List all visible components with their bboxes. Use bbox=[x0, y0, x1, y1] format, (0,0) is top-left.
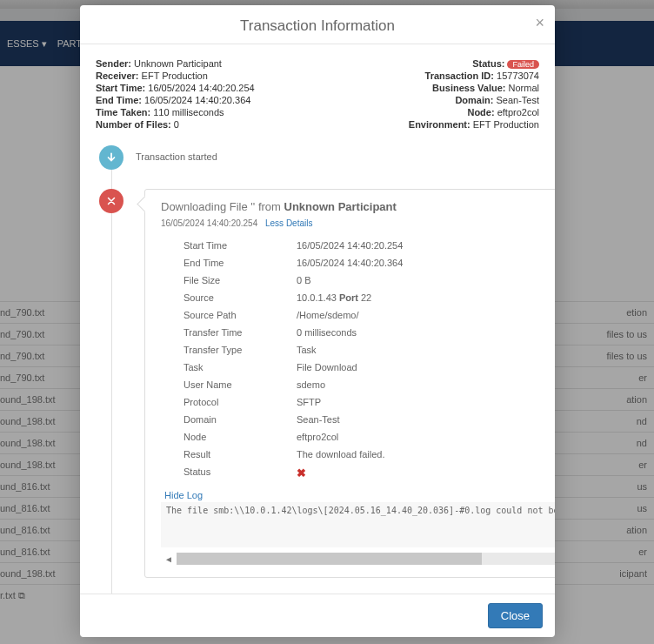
modal-header: Transaction Information × bbox=[80, 5, 555, 44]
detail-value: ✖ bbox=[297, 466, 306, 480]
detail-value: Task bbox=[297, 345, 317, 355]
endtime-value: 16/05/2024 14:40:20.364 bbox=[144, 95, 250, 105]
detail-key: Domain bbox=[184, 414, 297, 425]
detail-row: DomainSean-Test bbox=[184, 411, 555, 428]
detail-row: Start Time16/05/2024 14:40:20.254 bbox=[184, 237, 555, 254]
detail-key: Transfer Type bbox=[184, 345, 297, 355]
detail-value: eftpro2col bbox=[297, 432, 338, 442]
detail-key: Status bbox=[184, 466, 297, 480]
detail-key: Start Time bbox=[184, 240, 297, 251]
detail-row: End Time16/05/2024 14:40:20.364 bbox=[184, 254, 555, 272]
modal-body: Sender: Unknown Participant Receiver: EF… bbox=[80, 44, 555, 594]
detail-value: 0 B bbox=[297, 275, 311, 285]
close-button[interactable]: Close bbox=[488, 603, 543, 628]
meta-right: Status: Failed Transaction ID: 15773074 … bbox=[330, 58, 539, 131]
detail-row: Source Path/Home/sdemo/ bbox=[184, 306, 555, 324]
error-icon bbox=[99, 189, 123, 213]
environment-value: EFT Production bbox=[473, 119, 539, 130]
detail-key: Task bbox=[184, 362, 297, 372]
detail-value: Sean-Test bbox=[297, 414, 340, 425]
detail-value: 0 milliseconds bbox=[297, 327, 357, 338]
detail-row: Source10.0.1.43 Port 22 bbox=[184, 289, 555, 306]
timeline-start-label: Transaction started bbox=[136, 145, 217, 162]
detail-row: File Size0 B bbox=[184, 272, 555, 289]
detail-key: End Time bbox=[184, 258, 297, 268]
detail-row: ResultThe download failed. bbox=[184, 446, 555, 463]
domain-value: Sean-Test bbox=[496, 95, 539, 105]
details-card: Downloading File '' from Unknown Partici… bbox=[144, 189, 555, 578]
detail-value: 10.0.1.43 Port 22 bbox=[297, 292, 371, 303]
detail-value: 16/05/2024 14:40:20.254 bbox=[297, 240, 403, 251]
detail-key: User Name bbox=[184, 379, 297, 390]
numfiles-value: 0 bbox=[174, 119, 179, 130]
timetaken-value: 110 milliseconds bbox=[153, 107, 224, 117]
detail-value: sdemo bbox=[297, 379, 325, 390]
detail-row: Nodeeftpro2col bbox=[184, 428, 555, 446]
modal-footer: Close bbox=[80, 594, 555, 637]
detail-row: ProtocolSFTP bbox=[184, 393, 555, 411]
transaction-modal: Transaction Information × Sender: Unknow… bbox=[80, 5, 555, 637]
detail-value: /Home/sdemo/ bbox=[297, 310, 359, 320]
detail-row: Transfer TypeTask bbox=[184, 341, 555, 359]
detail-value: SFTP bbox=[297, 397, 321, 407]
timeline-step-start: Transaction started bbox=[99, 145, 541, 170]
business-value: Normal bbox=[509, 83, 539, 93]
detail-value: File Download bbox=[297, 362, 357, 372]
detail-key: Result bbox=[184, 449, 297, 460]
detail-key: Source bbox=[184, 292, 297, 303]
receiver-value: EFT Production bbox=[142, 70, 208, 81]
detail-value: The download failed. bbox=[297, 449, 385, 460]
scroll-left-icon[interactable]: ◄ bbox=[161, 554, 177, 564]
detail-row: TaskFile Download bbox=[184, 359, 555, 376]
less-details-link[interactable]: Less Details bbox=[265, 218, 312, 228]
meta-left: Sender: Unknown Participant Receiver: EF… bbox=[96, 58, 304, 131]
modal-title: Transaction Information bbox=[240, 17, 395, 34]
status-badge: Failed bbox=[507, 60, 539, 69]
log-scrollbar[interactable]: ◄ ► bbox=[161, 551, 555, 567]
detail-key: Source Path bbox=[184, 310, 297, 320]
card-title: Downloading File '' from Unknown Partici… bbox=[161, 200, 555, 213]
log-output: The file smb:\\10.0.1.42\logs\[2024.05.1… bbox=[161, 502, 555, 547]
transaction-id-value: 15773074 bbox=[497, 70, 539, 81]
detail-key: Protocol bbox=[184, 397, 297, 407]
meta-summary: Sender: Unknown Participant Receiver: EF… bbox=[94, 53, 541, 145]
timeline-step-details: Downloading File '' from Unknown Partici… bbox=[99, 189, 541, 578]
detail-key: Node bbox=[184, 432, 297, 442]
detail-row: User Namesdemo bbox=[184, 376, 555, 393]
detail-row: Transfer Time0 milliseconds bbox=[184, 324, 555, 341]
download-arrow-icon bbox=[99, 145, 123, 170]
timeline: Transaction started Downloading File '' … bbox=[99, 145, 541, 594]
detail-value: 16/05/2024 14:40:20.364 bbox=[297, 258, 403, 268]
detail-key: Transfer Time bbox=[184, 327, 297, 338]
detail-row: Status✖ bbox=[184, 463, 555, 483]
node-value: eftpro2col bbox=[497, 107, 539, 117]
status-x-icon: ✖ bbox=[297, 466, 306, 480]
detail-key: File Size bbox=[184, 275, 297, 285]
sender-value: Unknown Participant bbox=[134, 58, 222, 69]
starttime-value: 16/05/2024 14:40:20.254 bbox=[148, 83, 254, 93]
hide-log-link[interactable]: Hide Log bbox=[164, 490, 203, 500]
close-icon[interactable]: × bbox=[535, 14, 544, 32]
card-subtitle: 16/05/2024 14:40:20.254 Less Details bbox=[161, 218, 555, 228]
